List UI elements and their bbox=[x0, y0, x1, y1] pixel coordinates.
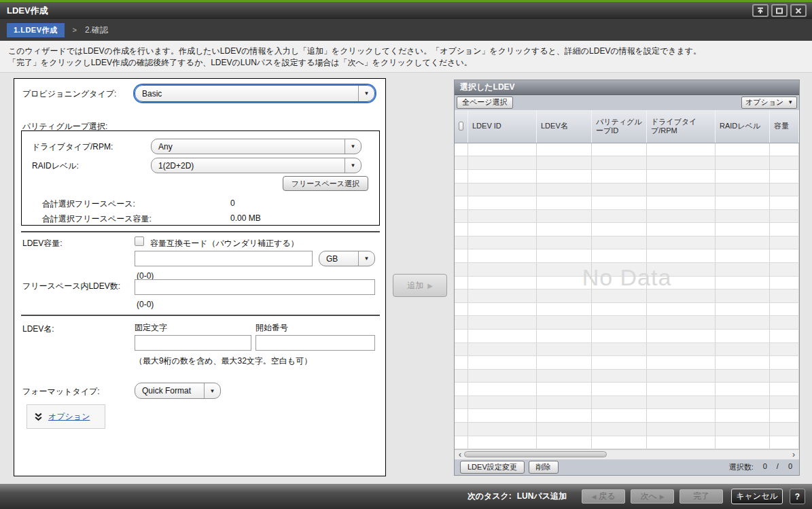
table-cell bbox=[592, 330, 647, 343]
horizontal-scrollbar[interactable]: ‹ › bbox=[455, 449, 799, 459]
table-cell bbox=[592, 356, 647, 369]
back-button[interactable]: ◀ 戻る bbox=[582, 489, 625, 504]
table-cell bbox=[770, 210, 799, 223]
column-header[interactable]: 容量 bbox=[770, 110, 799, 143]
table-cell bbox=[770, 289, 799, 302]
window-title: LDEV作成 bbox=[7, 5, 48, 17]
ldev-name-start-input[interactable] bbox=[255, 335, 375, 351]
table-cell bbox=[537, 156, 592, 169]
scroll-left-icon[interactable]: ‹ bbox=[456, 450, 464, 459]
collapse-window-button[interactable] bbox=[752, 4, 769, 17]
table-cell bbox=[716, 277, 770, 289]
table-toolbar: 全ページ選択 オプション ▼ bbox=[455, 95, 799, 110]
add-button-label: 追加 bbox=[407, 280, 423, 292]
capacity-unit-value: GB bbox=[319, 254, 358, 264]
select-free-space-button[interactable]: フリースペース選択 bbox=[283, 176, 368, 191]
table-cell bbox=[592, 409, 647, 422]
table-cell bbox=[716, 330, 770, 343]
scroll-right-icon[interactable]: › bbox=[790, 450, 798, 459]
table-cell bbox=[455, 436, 468, 449]
table-cell bbox=[455, 289, 468, 302]
table-cell bbox=[647, 396, 716, 409]
table-cell bbox=[537, 183, 592, 196]
table-row bbox=[455, 249, 799, 263]
table-cell bbox=[455, 370, 468, 383]
table-cell bbox=[716, 223, 770, 236]
table-cell bbox=[647, 183, 716, 196]
select-all-pages-button[interactable]: 全ページ選択 bbox=[457, 96, 513, 109]
options-expander[interactable]: オプション bbox=[27, 404, 105, 429]
table-cell bbox=[770, 156, 799, 169]
capacity-compat-label: 容量互換モード（バウンダリ補正する） bbox=[150, 238, 299, 249]
instruction-line-2: 「完了」をクリックしLDEV作成の確認後終了するか、LDEVのLUNパスを設定す… bbox=[8, 57, 804, 69]
table-cell bbox=[592, 210, 647, 223]
table-cell bbox=[770, 370, 799, 383]
table-cell bbox=[537, 396, 592, 409]
back-button-label: 戻る bbox=[599, 491, 615, 502]
ldev-name-note: （最大9桁の数を含め、最大32文字。空白も可） bbox=[135, 355, 312, 367]
table-row bbox=[455, 170, 799, 183]
delete-button[interactable]: 削除 bbox=[529, 461, 559, 474]
arrow-left-icon: ◀ bbox=[591, 493, 596, 500]
table-cell bbox=[716, 289, 770, 302]
column-header[interactable]: RAIDレベル bbox=[716, 110, 770, 143]
cancel-button[interactable]: キャンセル bbox=[731, 489, 783, 504]
wizard-stepbar: 1.LDEV作成 > 2.確認 bbox=[0, 19, 812, 41]
column-header[interactable]: パリティグループID bbox=[592, 110, 647, 143]
close-window-button[interactable] bbox=[790, 4, 807, 17]
wizard-step-separator: > bbox=[73, 26, 77, 34]
table-cell bbox=[592, 143, 647, 156]
format-type-select[interactable]: Quick Format ▼ bbox=[135, 383, 221, 399]
table-cell bbox=[537, 289, 592, 302]
raid-level-label: RAIDレベル: bbox=[32, 160, 79, 172]
maximize-window-button[interactable] bbox=[771, 4, 788, 17]
scrollbar-thumb[interactable] bbox=[464, 451, 607, 457]
next-task-value: LUNパス追加 bbox=[517, 491, 567, 502]
table-cell bbox=[647, 249, 716, 262]
table-cell bbox=[455, 223, 468, 236]
table-cell bbox=[647, 316, 716, 329]
drive-type-select[interactable]: Any ▼ bbox=[151, 139, 361, 154]
table-cell bbox=[770, 236, 799, 249]
capacity-compat-checkbox[interactable] bbox=[135, 236, 144, 246]
column-header[interactable]: ドライブタイプ/RPM bbox=[647, 110, 716, 143]
table-cell bbox=[716, 370, 770, 383]
ldev-name-label: LDEV名: bbox=[22, 323, 54, 335]
table-cell bbox=[647, 236, 716, 249]
table-cell bbox=[592, 289, 647, 302]
table-cell bbox=[592, 396, 647, 409]
column-header[interactable]: LDEV名 bbox=[537, 110, 592, 143]
ldev-count-input[interactable] bbox=[135, 279, 375, 295]
table-cell bbox=[455, 396, 468, 409]
options-link[interactable]: オプション bbox=[48, 411, 90, 423]
next-button[interactable]: 次へ ▶ bbox=[631, 489, 674, 504]
add-button[interactable]: 追加 ▶ bbox=[393, 274, 447, 297]
change-ldev-settings-button[interactable]: LDEV設定変更 bbox=[460, 461, 525, 474]
table-cell bbox=[647, 383, 716, 396]
help-button[interactable]: ? bbox=[790, 489, 805, 504]
table-options-button[interactable]: オプション ▼ bbox=[741, 96, 797, 109]
provisioning-type-select[interactable]: Basic ▼ bbox=[135, 85, 375, 102]
ldev-capacity-input[interactable] bbox=[135, 251, 313, 266]
wizard-instructions: このウィザードではLDEVの作成を行います。作成したいLDEVの情報を入力し「追… bbox=[0, 41, 812, 73]
finish-button[interactable]: 完了 bbox=[679, 489, 723, 504]
ldev-name-prefix-input[interactable] bbox=[135, 335, 251, 351]
capacity-unit-select[interactable]: GB ▼ bbox=[319, 251, 375, 266]
arrow-right-icon: ▶ bbox=[427, 282, 433, 289]
select-all-checkbox[interactable] bbox=[459, 122, 463, 130]
raid-level-select[interactable]: 1(2D+2D) ▼ bbox=[151, 158, 361, 173]
table-cell bbox=[455, 156, 468, 169]
table-cell bbox=[716, 436, 770, 449]
table-row bbox=[455, 156, 799, 170]
table-row bbox=[455, 143, 799, 157]
table-cell bbox=[770, 436, 799, 449]
table-cell bbox=[770, 423, 799, 436]
table-cell bbox=[468, 370, 537, 383]
table-cell bbox=[468, 170, 537, 183]
table-cell bbox=[770, 263, 799, 276]
table-row bbox=[455, 236, 799, 250]
window-controls bbox=[752, 4, 807, 17]
column-header[interactable]: LDEV ID bbox=[468, 110, 537, 143]
total-free-capacity-label: 合計選択フリースペース容量: bbox=[42, 213, 152, 225]
table-row bbox=[455, 316, 799, 330]
